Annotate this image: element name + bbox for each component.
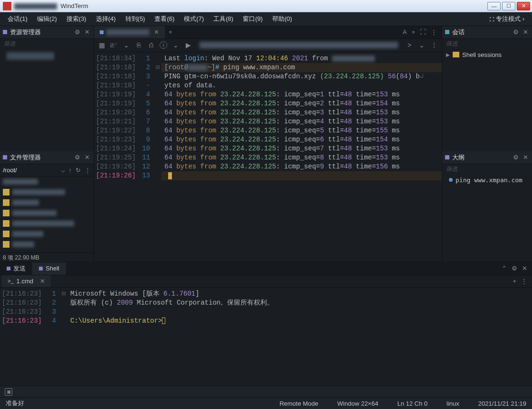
- menu-window[interactable]: 窗口(9): [238, 13, 267, 25]
- menu-search[interactable]: 搜索(3): [62, 13, 91, 25]
- outline-filter[interactable]: 筛选: [442, 164, 532, 175]
- app-icon: [3, 2, 11, 10]
- font-icon[interactable]: A: [403, 28, 407, 36]
- fold-gutter[interactable]: [154, 99, 162, 108]
- fold-gutter[interactable]: [154, 90, 162, 99]
- list-item[interactable]: [0, 229, 94, 239]
- gear-icon[interactable]: ⚙: [74, 28, 81, 36]
- chevron-down-icon[interactable]: ⌄: [418, 41, 426, 49]
- layout-icon[interactable]: ▣: [5, 388, 12, 396]
- new-window-icon[interactable]: ⎚⁺: [110, 41, 118, 49]
- fold-gutter[interactable]: [154, 144, 162, 153]
- fold-gutter[interactable]: [154, 81, 162, 90]
- menu-select[interactable]: 选择(4): [91, 13, 121, 25]
- menu-tools[interactable]: 工具(8): [209, 13, 238, 25]
- outline-item[interactable]: ping www.xmpan.com: [442, 175, 532, 186]
- terminal[interactable]: [21:18:34]1Last login: Wed Nov 17 12:04:…: [94, 52, 442, 262]
- send-tab[interactable]: 发送: [0, 262, 32, 275]
- refresh-icon[interactable]: ↻: [76, 167, 81, 174]
- menu-session[interactable]: 会话(1): [3, 13, 32, 25]
- status-position[interactable]: Ln 12 Ch 0: [397, 400, 428, 407]
- info-icon[interactable]: i: [160, 41, 167, 49]
- menu-mode[interactable]: 模式(7): [179, 13, 209, 25]
- fold-gutter[interactable]: [154, 162, 162, 171]
- add-tab-icon[interactable]: +: [169, 28, 172, 36]
- fold-gutter[interactable]: [154, 108, 162, 117]
- list-item[interactable]: [0, 208, 94, 218]
- collapse-icon[interactable]: ⌵: [61, 167, 65, 174]
- list-item[interactable]: [0, 239, 94, 250]
- fold-gutter[interactable]: [60, 307, 67, 316]
- sidebar-toggle-icon[interactable]: ▦: [98, 41, 105, 49]
- close-panel-icon[interactable]: ✕: [522, 265, 527, 272]
- close-panel-icon[interactable]: ✕: [522, 154, 529, 161]
- status-os[interactable]: linux: [446, 400, 459, 407]
- fold-gutter[interactable]: ⊟: [60, 289, 67, 298]
- shell-tab[interactable]: Shell: [32, 262, 66, 275]
- list-item[interactable]: [0, 218, 94, 229]
- more-icon[interactable]: ⋮: [521, 278, 527, 285]
- maximize-button[interactable]: ☐: [502, 2, 515, 10]
- play-icon[interactable]: ▶: [184, 41, 192, 49]
- fold-gutter[interactable]: ⊟: [154, 63, 162, 72]
- file-path[interactable]: /root/: [3, 167, 57, 174]
- timestamp: [21:19:21]: [94, 117, 140, 126]
- fold-gutter[interactable]: [154, 72, 162, 81]
- copy-icon[interactable]: ⎘: [135, 41, 142, 49]
- address-bar[interactable]: [200, 42, 398, 48]
- fold-gutter[interactable]: [60, 316, 67, 325]
- fold-gutter[interactable]: [60, 298, 67, 307]
- fullscreen-icon[interactable]: ⛶: [420, 28, 426, 36]
- session-filter[interactable]: 筛选: [442, 39, 532, 49]
- close-button[interactable]: ✕: [517, 2, 530, 10]
- status-mode[interactable]: Remote Mode: [279, 400, 318, 407]
- up-icon[interactable]: ↑: [69, 167, 72, 174]
- fold-gutter[interactable]: [154, 117, 162, 126]
- gear-icon[interactable]: ⚙: [512, 28, 520, 36]
- close-panel-icon[interactable]: ✕: [83, 154, 91, 161]
- fold-gutter[interactable]: [154, 54, 162, 63]
- paste-icon[interactable]: ⎙: [147, 41, 155, 49]
- list-item[interactable]: [0, 197, 94, 208]
- session-item[interactable]: ▶ Shell sessions: [442, 49, 532, 60]
- gear-icon[interactable]: ⚙: [512, 265, 517, 272]
- fold-gutter[interactable]: [154, 135, 162, 144]
- focus-mode-button[interactable]: 专注模式 ›: [485, 13, 529, 25]
- close-panel-icon[interactable]: ✕: [83, 28, 91, 36]
- shell-subtab[interactable]: >_ 1.cmd ✕: [2, 275, 51, 287]
- timestamp: [21:19:18]: [94, 81, 140, 90]
- dot-icon: [449, 178, 453, 182]
- more-icon[interactable]: ⋮: [85, 167, 91, 174]
- plus-icon[interactable]: +: [411, 28, 415, 36]
- close-panel-icon[interactable]: ✕: [522, 28, 529, 36]
- line-number: 1: [46, 289, 60, 298]
- menu-goto[interactable]: 转到(5): [121, 13, 150, 25]
- line-number: 6: [140, 108, 154, 117]
- gear-icon[interactable]: ⚙: [74, 154, 81, 161]
- list-item[interactable]: [0, 177, 94, 187]
- gear-icon[interactable]: ⚙: [512, 154, 520, 161]
- menu-edit[interactable]: 编辑(2): [32, 13, 62, 25]
- timestamp: [21:19:23]: [94, 135, 140, 144]
- shell-terminal[interactable]: [21:16:23]1⊟Microsoft Windows [版本 6.1.76…: [0, 288, 532, 386]
- chevron-down-icon[interactable]: ⌄: [123, 41, 130, 49]
- fold-gutter[interactable]: [154, 153, 162, 162]
- fold-gutter[interactable]: [154, 171, 162, 180]
- fold-gutter[interactable]: [154, 126, 162, 135]
- chevron-right-icon[interactable]: >: [406, 41, 413, 49]
- close-tab-icon[interactable]: ✕: [40, 278, 45, 285]
- close-tab-icon[interactable]: ✕: [154, 28, 159, 36]
- terminal-tab[interactable]: ✕: [94, 26, 165, 38]
- more-icon[interactable]: ⋮: [431, 28, 437, 36]
- status-window[interactable]: Window 22×64: [337, 400, 378, 407]
- timestamp: [21:18:34]: [94, 54, 140, 63]
- add-icon[interactable]: +: [513, 278, 516, 285]
- minimize-button[interactable]: —: [487, 2, 501, 10]
- collapse-icon[interactable]: ⌃: [502, 265, 507, 272]
- resource-manager-filter[interactable]: 筛选: [0, 39, 94, 49]
- chevron-down-icon[interactable]: ⌄: [172, 41, 180, 49]
- list-item[interactable]: [0, 187, 94, 197]
- menu-view[interactable]: 查看(6): [150, 13, 179, 25]
- menu-help[interactable]: 帮助(0): [267, 13, 297, 25]
- more-icon[interactable]: ⋮: [430, 41, 438, 49]
